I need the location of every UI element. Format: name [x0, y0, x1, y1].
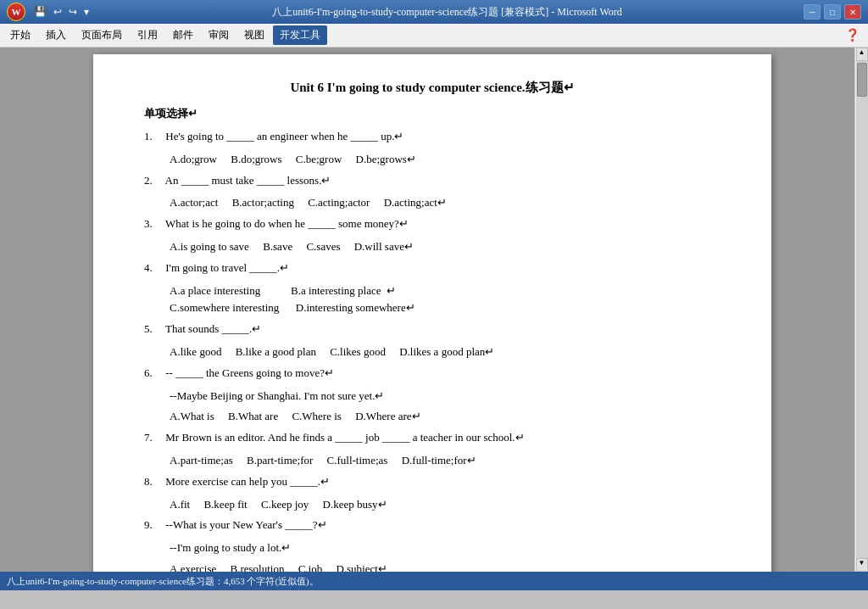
q5-num: 5.: [144, 321, 163, 338]
q1-num: 1.: [144, 128, 163, 146]
q6-text2: --Maybe Beijing or Shanghai. I'm not sur…: [170, 388, 721, 405]
menu-bar: 开始 插入 页面布局 引用 邮件 审阅 视图 开发工具 ❓: [0, 24, 868, 47]
q6-num: 6.: [144, 365, 163, 383]
quick-customize[interactable]: ▾: [84, 6, 89, 19]
help-icon[interactable]: ❓: [840, 26, 865, 44]
menu-review[interactable]: 审阅: [202, 25, 236, 45]
q1-options: A.do;grow B.do;grows C.be;grow D.be;grow…: [170, 151, 721, 169]
quick-undo[interactable]: ↩: [53, 6, 62, 19]
section-header: 单项选择↵: [144, 106, 721, 121]
menu-start[interactable]: 开始: [3, 25, 37, 45]
q8-text: More exercise can help you _____.↵: [165, 475, 330, 488]
question-8: 8. More exercise can help you _____.↵: [144, 473, 721, 491]
minimize-button[interactable]: ─: [804, 4, 821, 20]
doc-title: Unit 6 I'm going to study computer scien…: [144, 80, 721, 96]
scrollbar[interactable]: ▲ ▼: [854, 47, 868, 572]
q6-text: -- _____ the Greens going to move?↵: [165, 366, 334, 379]
question-5: 5. That sounds _____.↵: [144, 321, 721, 338]
q2-text: An _____ must take _____ lessons.↵: [165, 174, 331, 187]
q3-text: What is he going to do when he _____ som…: [165, 217, 409, 230]
q8-num: 8.: [144, 473, 163, 491]
status-bar: 八上unit6-I'm-going-to-study-computer-scie…: [0, 572, 868, 590]
menu-reference[interactable]: 引用: [131, 25, 164, 45]
q7-num: 7.: [144, 429, 163, 447]
menu-view[interactable]: 视图: [237, 25, 271, 45]
scroll-down-button[interactable]: ▼: [856, 558, 868, 572]
q9-num: 9.: [144, 517, 163, 534]
q3-options: A.is going to save B.save C.saves D.will…: [170, 238, 721, 256]
doc-container[interactable]: Unit 6 I'm going to study computer scien…: [10, 47, 854, 572]
quick-redo[interactable]: ↪: [69, 6, 77, 19]
q8-options: A.fit B.keep fit C.keep joy D.keep busy↵: [170, 496, 721, 514]
q2-options: A.actor;act B.actor;acting C.acting;acto…: [170, 194, 721, 212]
question-4: 4. I'm going to travel _____.↵: [144, 260, 721, 277]
q4-text: I'm going to travel _____.↵: [165, 261, 289, 274]
close-button[interactable]: ✕: [844, 4, 861, 20]
scroll-up-button[interactable]: ▲: [856, 47, 868, 61]
question-6: 6. -- _____ the Greens going to move?↵: [144, 365, 721, 383]
q7-text: Mr Brown is an editor. And he finds a __…: [165, 431, 524, 444]
document-page: Unit 6 I'm going to study computer scien…: [93, 54, 771, 572]
scroll-track[interactable]: [856, 61, 868, 558]
left-sidebar: [0, 47, 10, 572]
title-bar-controls: ─ □ ✕: [804, 4, 861, 20]
menu-layout[interactable]: 页面布局: [75, 25, 129, 45]
scroll-thumb[interactable]: [857, 63, 867, 97]
question-2: 2. An _____ must take _____ lessons.↵: [144, 172, 721, 190]
main-layout: Unit 6 I'm going to study computer scien…: [0, 47, 868, 572]
q3-num: 3.: [144, 215, 163, 233]
q9-text: --What is your New Year's _____?↵: [165, 518, 326, 531]
q2-num: 2.: [144, 172, 163, 190]
q1-text: He's going to _____ an engineer when he …: [165, 130, 403, 142]
window-title: 八上unit6-I'm-going-to-study-computer-scie…: [91, 5, 804, 20]
q7-options: A.part-time;as B.part-time;for C.full-ti…: [170, 452, 721, 470]
q6-options: A.What is B.What are C.Where is D.Where …: [170, 408, 721, 426]
quick-save[interactable]: 💾: [34, 6, 47, 19]
q4-num: 4.: [144, 260, 163, 277]
question-3: 3. What is he going to do when he _____ …: [144, 215, 721, 233]
q5-text: That sounds _____.↵: [165, 322, 261, 335]
q5-options: A.like good B.like a good plan C.likes g…: [170, 344, 721, 361]
q9-options: A.exercise B.resolution C.job D.subject↵: [170, 561, 721, 572]
question-9: 9. --What is your New Year's _____?↵: [144, 517, 721, 534]
q9-text2: --I'm going to study a lot.↵: [170, 539, 721, 557]
restore-button[interactable]: □: [824, 4, 841, 20]
status-text: 八上unit6-I'm-going-to-study-computer-scie…: [7, 575, 319, 588]
office-logo[interactable]: W: [7, 3, 25, 21]
question-7: 7. Mr Brown is an editor. And he finds a…: [144, 429, 721, 447]
menu-mail[interactable]: 邮件: [166, 25, 200, 45]
question-1: 1. He's going to _____ an engineer when …: [144, 128, 721, 146]
title-bar: W 💾 ↩ ↪ ▾ 八上unit6-I'm-going-to-study-com…: [0, 0, 868, 24]
menu-devtools[interactable]: 开发工具: [273, 25, 327, 45]
title-bar-left: W 💾 ↩ ↪ ▾: [7, 3, 91, 21]
q4-options: A.a place interesting B.a interesting pl…: [170, 282, 721, 318]
menu-insert[interactable]: 插入: [39, 25, 73, 45]
